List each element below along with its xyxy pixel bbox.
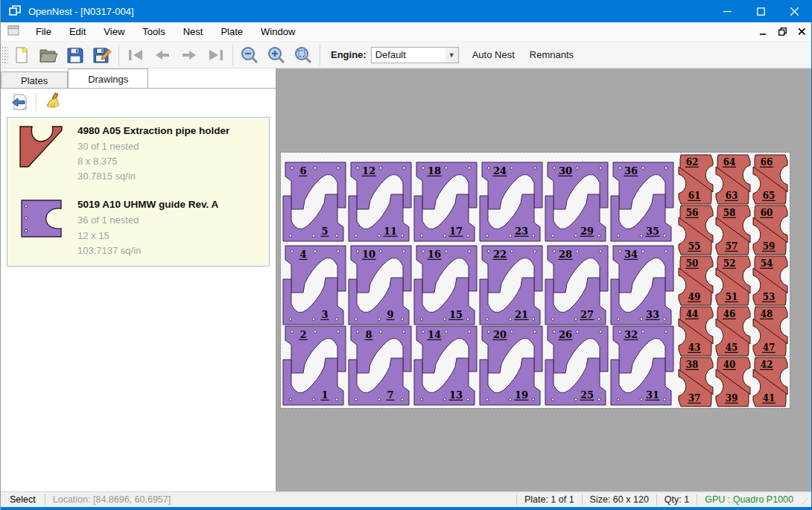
zoom-out-icon[interactable] — [236, 43, 263, 67]
nest-pair-red[interactable]: 4039 — [716, 357, 750, 407]
nest-pair-red[interactable]: 4847 — [753, 307, 787, 356]
engine-select[interactable]: Default ▼ — [371, 47, 459, 63]
send-back-icon[interactable] — [7, 91, 32, 113]
close-button[interactable] — [778, 0, 811, 22]
nest-part-number: 53 — [763, 292, 775, 302]
nest-pair-purple[interactable]: 2625 — [545, 326, 608, 405]
nest-pair-red[interactable]: 5453 — [753, 256, 787, 305]
mdi-close-button[interactable] — [792, 24, 811, 40]
zoom-fit-icon[interactable] — [290, 43, 317, 67]
mdi-minimize-button[interactable] — [753, 24, 773, 40]
nest-part-number: 40 — [723, 360, 736, 370]
drawing-item[interactable]: 5019 A10 UHMW guide Rev. A36 of 1 nested… — [7, 191, 269, 265]
sidebar-tabs: PlatesDrawings — [1, 68, 276, 88]
maximize-button[interactable] — [744, 0, 778, 22]
menu-window[interactable]: Window — [252, 23, 304, 40]
nest-part-number: 38 — [686, 360, 699, 370]
nest-pair-purple[interactable]: 2827 — [545, 246, 608, 325]
nest-part-number: 47 — [763, 342, 775, 353]
tab-plates[interactable]: Plates — [1, 71, 68, 88]
nest-pair-red[interactable]: 4645 — [716, 307, 750, 356]
nest-pair-purple[interactable]: 43 — [283, 246, 346, 325]
nest-pair-purple[interactable]: 1413 — [414, 326, 477, 405]
engine-selected-value: Default — [372, 49, 445, 60]
nest-part-number: 41 — [763, 393, 775, 404]
nest-pair-red[interactable]: 5251 — [716, 256, 750, 305]
nest-pair-purple[interactable]: 2423 — [480, 162, 542, 241]
nest-part-number: 19 — [515, 389, 528, 401]
drawing-thumbnail — [15, 199, 69, 258]
nest-pair-purple[interactable]: 1817 — [414, 162, 477, 241]
save-icon[interactable] — [62, 43, 89, 67]
nest-pair-purple[interactable]: 2221 — [480, 246, 542, 325]
nest-pair-purple[interactable]: 87 — [349, 326, 411, 405]
go-last-icon[interactable] — [203, 43, 229, 67]
minimize-button[interactable] — [711, 0, 744, 22]
nest-pair-purple[interactable]: 2019 — [480, 326, 542, 405]
drawing-name: 5019 A10 UHMW guide Rev. A — [77, 199, 218, 210]
nest-pair-red[interactable]: 5049 — [679, 256, 713, 305]
nest-pair-red[interactable]: 6261 — [679, 155, 713, 204]
status-bar: Select Location: [84.8696, 60.6957] Plat… — [1, 491, 811, 507]
nest-pair-red[interactable]: 6059 — [753, 205, 787, 255]
menu-view[interactable]: View — [95, 23, 133, 40]
auto-nest-button[interactable]: Auto Nest — [465, 45, 522, 65]
menu-plate[interactable]: Plate — [212, 23, 252, 40]
save-as-icon[interactable] — [89, 43, 115, 67]
nest-pair-red[interactable]: 5857 — [716, 205, 750, 255]
remnants-button[interactable]: Remnants — [522, 45, 581, 65]
nest-part-number: 54 — [761, 258, 773, 269]
zoom-in-icon[interactable] — [263, 43, 290, 67]
nest-part-number: 48 — [761, 309, 773, 319]
nest-part-number: 46 — [723, 309, 736, 319]
tab-drawings[interactable]: Drawings — [68, 68, 148, 88]
nest-pair-red[interactable]: 3837 — [679, 357, 713, 407]
toolbar-grip[interactable] — [2, 45, 8, 65]
nest-part-number: 56 — [686, 208, 699, 218]
nest-part-number: 36 — [624, 165, 638, 176]
chevron-down-icon[interactable]: ▼ — [445, 48, 458, 63]
nest-pair-purple[interactable]: 109 — [349, 246, 411, 325]
nest-part-number: 28 — [559, 249, 572, 260]
new-file-icon[interactable] — [8, 43, 35, 67]
nest-pair-purple[interactable]: 3231 — [611, 326, 673, 405]
nest-pair-red[interactable]: 6665 — [753, 155, 787, 204]
status-size: Size: 60 x 120 — [583, 494, 656, 505]
menu-nest[interactable]: Nest — [174, 23, 212, 40]
nest-pair-purple[interactable]: 1211 — [349, 162, 411, 241]
nest-pair-purple[interactable]: 1615 — [414, 246, 477, 325]
nest-pair-red[interactable]: 4241 — [753, 357, 787, 407]
status-plate: Plate: 1 of 1 — [517, 494, 582, 505]
nest-part-number: 32 — [624, 329, 638, 340]
nest-pair-red[interactable]: 6463 — [716, 155, 750, 204]
drawing-item[interactable]: 4980 A05 Extraction pipe holder30 of 1 n… — [7, 118, 269, 191]
nest-pair-purple[interactable]: 3635 — [611, 162, 673, 241]
clean-broom-icon[interactable] — [40, 91, 66, 113]
nest-pair-purple[interactable]: 65 — [283, 162, 346, 241]
nest-pair-red[interactable]: 5655 — [679, 205, 713, 255]
go-next-icon[interactable] — [176, 43, 203, 67]
nest-part-number: 51 — [726, 292, 738, 302]
nest-pair-purple[interactable]: 3029 — [545, 162, 608, 241]
plate-sheet[interactable]: 6512111817242330293635431091615222128273… — [281, 153, 790, 408]
nest-pair-purple[interactable]: 3433 — [611, 246, 673, 325]
menu-edit[interactable]: Edit — [60, 23, 95, 40]
drawing-size: 12 x 15 — [77, 229, 218, 243]
nest-part-number: 43 — [688, 342, 701, 353]
nest-part-number: 20 — [493, 329, 507, 340]
go-first-icon[interactable] — [122, 43, 149, 67]
nest-part-number: 37 — [688, 393, 701, 404]
menu-file[interactable]: File — [27, 23, 60, 40]
resize-grip[interactable]: ⋰ — [801, 492, 811, 507]
open-file-icon[interactable] — [35, 43, 62, 67]
menu-tools[interactable]: Tools — [133, 23, 174, 40]
nest-pair-purple[interactable]: 21 — [283, 326, 346, 405]
nest-pair-red[interactable]: 4443 — [679, 307, 713, 356]
mdi-document-icon[interactable] — [7, 25, 19, 38]
nest-part-number: 3 — [321, 309, 328, 320]
nest-canvas[interactable]: 6512111817242330293635431091615222128273… — [276, 68, 811, 491]
go-previous-icon[interactable] — [149, 43, 176, 67]
status-mode: Select — [1, 494, 45, 505]
nest-part-number: 34 — [624, 249, 638, 260]
mdi-restore-button[interactable] — [773, 24, 792, 40]
